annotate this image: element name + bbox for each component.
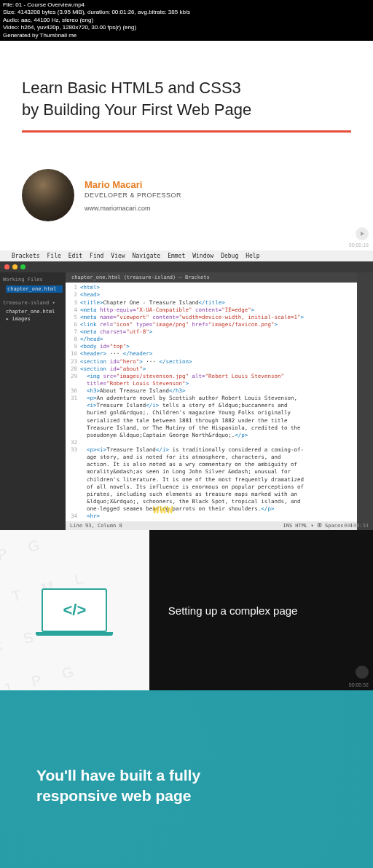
code-editor[interactable]: chapter_one.html (treasure-island) — Bra…: [66, 272, 357, 530]
code-line[interactable]: 7<meta charset="utf-8">: [68, 328, 354, 336]
author-role: DEVELOPER & PROFESSOR: [85, 192, 181, 199]
editor-tab[interactable]: chapter_one.html (treasure-island) — Bra…: [66, 272, 357, 283]
timestamp-3: 00:00:52: [349, 682, 369, 687]
code-line[interactable]: 10<header> ··· </header>: [68, 350, 354, 358]
maximize-button[interactable]: [20, 264, 25, 269]
author-name: Mario Macari: [85, 179, 181, 190]
timestamp-2: 00:00:34: [344, 523, 369, 529]
project-heading[interactable]: treasure-island ▾: [3, 300, 63, 306]
status-right[interactable]: INS HTML ▾ ⦿ Spaces: 4: [283, 523, 353, 529]
menu-edit[interactable]: Edit: [68, 253, 82, 259]
code-line[interactable]: 23<section id="hero"> ··· </section>: [68, 358, 354, 366]
laptop-icon: </>: [42, 588, 107, 632]
code-line[interactable]: morality&mdash;as seen in Long John Silv…: [68, 468, 354, 476]
code-line[interactable]: 9<body id="top">: [68, 343, 354, 350]
code-line[interactable]: &ldquo;X&rdquo;, schooners, the Black Sp…: [68, 498, 354, 505]
slide-responsive: You'll have built a fully responsive web…: [0, 690, 373, 868]
menu-emmet[interactable]: Emmet: [168, 253, 185, 259]
window-controls: [0, 261, 373, 272]
code-line[interactable]: 2<head>: [68, 291, 354, 299]
mac-menubar[interactable]: Brackets File Edit Find View Navigate Em…: [0, 250, 373, 261]
menu-debug[interactable]: Debug: [221, 253, 238, 259]
code-line[interactable]: Treasure Island, or The Mutiny of the Hi…: [68, 425, 354, 432]
slide-complex-page: </> Setting up a complex page 00:00:52: [0, 530, 373, 690]
file-sidebar: Working Files chapter_one.html treasure-…: [0, 272, 66, 530]
code-line[interactable]: action. It is also noted as a wry commen…: [68, 461, 354, 468]
code-line[interactable]: 5<meta name="viewport" content="width=de…: [68, 314, 354, 321]
meta-size: Size: 4143208 bytes (3.95 MiB), duration…: [3, 9, 370, 16]
author-avatar: [22, 169, 74, 221]
code-line[interactable]: 4<meta http-equiv="X-UA-Compatible" cont…: [68, 307, 354, 314]
menu-help[interactable]: Help: [246, 253, 259, 259]
author-site: www.mariomacari.com: [85, 205, 181, 212]
code-line[interactable]: 31 <p>An adventure novel by Scottish aut…: [68, 395, 354, 402]
video-metadata: File: 01 - Course Overview.mp4 Size: 414…: [0, 0, 373, 41]
play-icon[interactable]: [356, 227, 369, 240]
title-underline: [22, 130, 351, 133]
code-line[interactable]: <i>Treasure Island</i> tells a story of …: [68, 402, 354, 409]
file-chapter-one-1[interactable]: chapter_one.html: [6, 285, 63, 293]
code-line[interactable]: pseudonym &ldquo;Captain George North&rd…: [68, 432, 354, 439]
menu-find[interactable]: Find: [90, 253, 103, 259]
code-line[interactable]: 30 <h3>About Treasure Island</h3>: [68, 387, 354, 395]
meta-audio: Audio: aac, 44100 Hz, stereo (eng): [3, 17, 370, 24]
code-line[interactable]: one-legged seamen bearing parrots on the…: [68, 505, 354, 513]
right-toolbar[interactable]: [357, 272, 373, 530]
code-icon: </>: [63, 601, 86, 620]
status-bar: Line 93, Column 8 INS HTML ▾ ⦿ Spaces: 4: [66, 521, 357, 530]
code-line[interactable]: 28<section id="about">: [68, 366, 354, 373]
working-files-heading: Working Files: [3, 277, 63, 283]
code-line[interactable]: 3<title>Chapter One - Treasure Island</t…: [68, 299, 354, 307]
brackets-editor: Brackets File Edit Find View Navigate Em…: [0, 250, 373, 530]
timestamp: 00:00:18: [349, 242, 369, 248]
file-chapter-one-2[interactable]: chapter_one.html: [6, 309, 63, 315]
close-button[interactable]: [4, 264, 9, 269]
code-line[interactable]: title="Robert Louis Stevenson">: [68, 380, 354, 387]
code-line[interactable]: buried gold&rdquo;. Children's magazine …: [68, 409, 354, 417]
minimize-button[interactable]: [12, 264, 17, 269]
code-line[interactable]: 8</head>: [68, 336, 354, 343]
code-line[interactable]: 29 <img src="images/stevenson.jpg" alt="…: [68, 373, 354, 380]
meta-video: Video: h264, yuv420p, 1280x720, 30.00 fp…: [3, 24, 370, 31]
code-line[interactable]: 32: [68, 439, 354, 446]
menu-window[interactable]: Window: [192, 253, 213, 259]
code-line[interactable]: pirates, including such elements as trea…: [68, 491, 354, 498]
cursor-position: Line 93, Column 8: [70, 523, 122, 529]
code-line[interactable]: 6<link rel="icon" type="image/png" href=…: [68, 321, 354, 328]
menu-navigate[interactable]: Navigate: [133, 253, 161, 259]
slide2-illustration: </>: [0, 530, 149, 690]
code-line[interactable]: children's literature. It is one of the …: [68, 476, 354, 484]
folder-images[interactable]: ▸ images: [6, 316, 63, 322]
title-slide: Learn Basic HTML5 and CSS3 by Building Y…: [0, 41, 373, 154]
code-line[interactable]: of all novels. Its influence is enormous…: [68, 484, 354, 491]
author-section: Mario Macari DEVELOPER & PROFESSOR www.m…: [0, 154, 373, 250]
menu-view[interactable]: View: [111, 253, 125, 259]
menu-brackets[interactable]: Brackets: [12, 253, 40, 259]
course-title: Learn Basic HTML5 and CSS3 by Building Y…: [22, 77, 351, 120]
code-line[interactable]: serialized the tale between 1881 through…: [68, 417, 354, 425]
code-line[interactable]: 34 <hr>: [68, 513, 354, 520]
code-line[interactable]: age story, and is noted for its atmosphe…: [68, 454, 354, 461]
meta-file: File: 01 - Course Overview.mp4: [3, 1, 370, 9]
slide2-text: Setting up a complex page: [149, 530, 373, 690]
menu-file[interactable]: File: [47, 253, 61, 259]
meta-generated: Generated by Thumbnail me: [3, 32, 370, 39]
author-info: Mario Macari DEVELOPER & PROFESSOR www.m…: [85, 179, 181, 212]
slide3-heading: You'll have built a fully responsive web…: [36, 765, 200, 807]
code-line[interactable]: 1<html>: [68, 284, 354, 291]
code-line[interactable]: 33 <p><i>Treasure Island</i> is traditio…: [68, 446, 354, 454]
